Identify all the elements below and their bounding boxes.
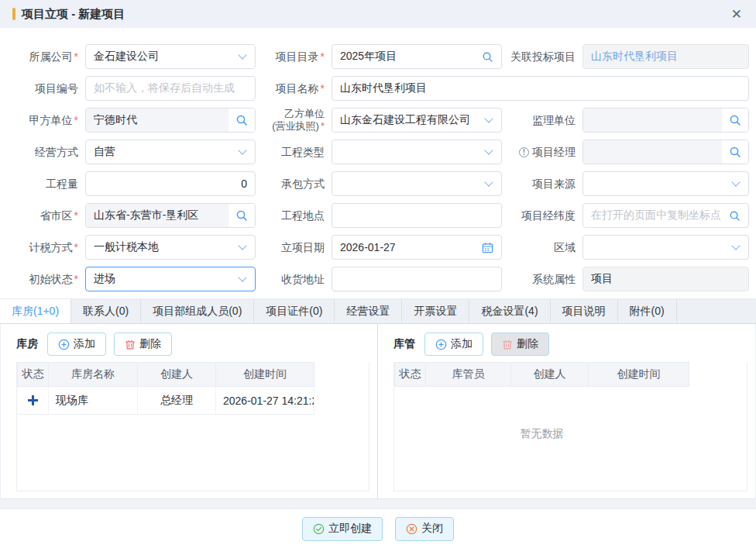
trash-icon: [502, 339, 513, 350]
chevron-down-icon: [731, 177, 740, 186]
supervisor-label: 监理单位: [502, 114, 582, 126]
search-icon[interactable]: [729, 146, 741, 158]
initial-status-select[interactable]: 进场: [85, 267, 256, 291]
operation-mode-select[interactable]: 自营: [85, 140, 256, 164]
warehouse-table-row[interactable]: 现场库 总经理 2026-01-27 14:21:27: [17, 387, 369, 415]
warehouse-panel-title: 库房: [16, 337, 38, 351]
region-search-input[interactable]: 山东省-东营市-垦利区: [85, 203, 256, 228]
footer-divider: [0, 499, 756, 509]
contract-mode-label: 承包方式: [256, 177, 332, 190]
tab-project-team[interactable]: 项目部组成人员(0): [141, 299, 254, 323]
start-date-value: 2026-01-27: [340, 241, 482, 253]
coordinates-search-input[interactable]: 在打开的页面中复制坐标点: [582, 203, 749, 228]
project-code-input[interactable]: 如不输入，将保存后自动生成: [85, 76, 256, 101]
x-circle-icon: [406, 523, 418, 535]
keeper-col-status: 状态: [394, 362, 426, 387]
project-type-label: 工程类型: [256, 146, 332, 158]
work-quantity-input[interactable]: 0: [85, 171, 256, 196]
warehouse-col-time: 创建时间: [216, 362, 314, 387]
dialog-title: 项目立项 - 新建项目: [22, 7, 125, 22]
tab-project-description[interactable]: 项目说明: [551, 299, 618, 323]
chevron-down-icon: [238, 50, 246, 59]
row-status-plus-icon[interactable]: [28, 395, 38, 405]
party-a-label: 甲方单位*: [23, 114, 85, 126]
start-date-picker[interactable]: 2026-01-27: [332, 235, 502, 260]
keeper-empty-text: 暂无数据: [394, 427, 689, 441]
contract-mode-select[interactable]: [332, 171, 502, 196]
chevron-down-icon: [484, 146, 493, 154]
chevron-down-icon: [731, 241, 740, 250]
chevron-down-icon: [484, 114, 493, 122]
company-label: 所属公司*: [23, 50, 85, 63]
party-a-search-input[interactable]: 宁德时代: [85, 108, 256, 133]
location-input[interactable]: [332, 203, 502, 228]
keeper-col-creator: 创建人: [511, 362, 589, 387]
tab-operation-settings[interactable]: 经营设置: [335, 299, 402, 323]
project-source-select[interactable]: [582, 171, 749, 196]
close-icon[interactable]: ✕: [731, 8, 742, 21]
coordinates-label: 项目经纬度: [502, 209, 582, 222]
project-manager-search-input[interactable]: [582, 140, 749, 164]
bid-project-value: 山东时代垦利项目: [591, 50, 741, 64]
tax-method-select[interactable]: 一般计税本地: [85, 235, 256, 260]
project-type-select[interactable]: [332, 140, 502, 164]
project-source-label: 项目来源: [502, 177, 582, 190]
search-icon[interactable]: [235, 209, 248, 222]
chevron-down-icon: [238, 146, 246, 154]
tab-certificates[interactable]: 项目证件(0): [254, 299, 335, 323]
area-select[interactable]: [582, 235, 749, 260]
project-name-input[interactable]: 山东时代垦利项目: [332, 76, 749, 101]
work-quantity-value: 0: [94, 177, 247, 190]
warehouse-col-status: 状态: [17, 362, 49, 387]
keeper-col-time: 创建时间: [589, 362, 689, 387]
warehouse-col-name: 库房名称: [49, 362, 138, 387]
work-quantity-label: 工程量: [23, 177, 85, 190]
search-icon[interactable]: [729, 114, 741, 126]
supervisor-search-input[interactable]: [582, 108, 749, 133]
keeper-add-button[interactable]: 添加: [424, 333, 483, 356]
system-attr-field: 项目: [582, 267, 749, 291]
warehouse-add-button[interactable]: 添加: [47, 333, 106, 356]
detail-tabs: 库房(1+0) 联系人(0) 项目部组成人员(0) 项目证件(0) 经营设置 开…: [0, 298, 756, 324]
project-code-label: 项目编号: [23, 82, 85, 95]
project-form: 所属公司* 金石建设公司 项目目录* 2025年项目 关联投标项目 山东时代垦利…: [0, 28, 756, 291]
system-attr-label: 系统属性: [502, 273, 582, 285]
keeper-panel: 库管 添加 删除 状态 库管员 创建人 创建时间 暂无数据: [378, 324, 755, 498]
warehouse-table: 状态 库房名称 创建人 创建时间 现场库 总经理 2026-01-27 14:2…: [16, 362, 369, 491]
tab-contacts[interactable]: 联系人(0): [71, 299, 141, 323]
project-manager-label: !项目经理: [502, 146, 582, 158]
close-dialog-button[interactable]: 关闭: [395, 517, 454, 541]
title-accent-bar: [12, 8, 15, 20]
search-icon[interactable]: [235, 114, 248, 126]
delivery-address-input[interactable]: [332, 267, 502, 291]
warehouse-row-name: 现场库: [49, 387, 138, 415]
chevron-down-icon: [238, 241, 246, 250]
trash-icon: [125, 339, 136, 350]
warehouse-tab-content: 库房 添加 删除 状态 库房名称 创建人 创建时间 现场库 总经理 2026-0…: [0, 324, 756, 499]
tab-invoice-settings[interactable]: 开票设置: [402, 299, 469, 323]
tab-tax-settings[interactable]: 税金设置(4): [469, 299, 550, 323]
catalog-value: 2025年项目: [340, 50, 482, 64]
region-value: 山东省-东营市-垦利区: [86, 204, 229, 227]
create-now-button[interactable]: 立即创建: [302, 517, 383, 541]
warehouse-row-created-at: 2026-01-27 14:21:27: [216, 387, 314, 415]
tab-warehouse[interactable]: 库房(1+0): [0, 299, 71, 323]
circle-plus-icon: [435, 339, 447, 350]
location-label: 工程地点: [256, 209, 332, 222]
circle-plus-icon: [58, 339, 70, 350]
warehouse-delete-button[interactable]: 删除: [114, 333, 172, 356]
project-code-placeholder: 如不输入，将保存后自动生成: [94, 81, 247, 95]
company-select[interactable]: 金石建设公司: [85, 44, 256, 69]
system-attr-value: 项目: [591, 272, 741, 286]
chevron-down-icon: [484, 177, 493, 186]
catalog-search-input[interactable]: 2025年项目: [332, 44, 502, 69]
search-icon[interactable]: [729, 210, 741, 222]
keeper-delete-button[interactable]: 删除: [491, 333, 549, 356]
search-icon[interactable]: [482, 51, 493, 63]
bid-project-label: 关联投标项目: [502, 50, 582, 63]
info-icon: !: [519, 147, 529, 157]
keeper-table: 状态 库管员 创建人 创建时间 暂无数据: [393, 362, 747, 491]
party-b-select[interactable]: 山东金石建设工程有限公司: [332, 108, 502, 133]
project-name-label: 项目名称*: [256, 82, 332, 95]
tab-attachments[interactable]: 附件(0): [618, 299, 677, 323]
